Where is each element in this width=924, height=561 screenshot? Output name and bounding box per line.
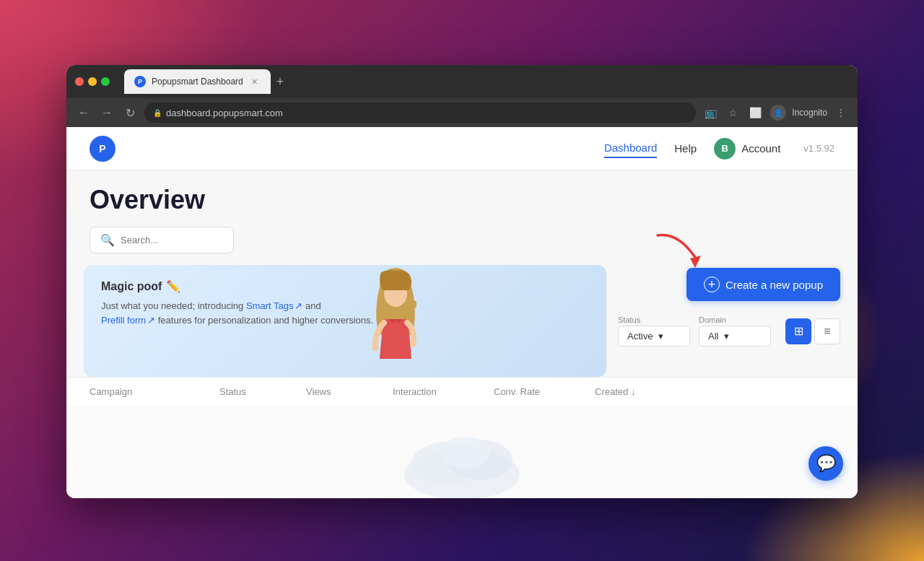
create-popup-button[interactable]: + Create a new popup	[687, 268, 840, 301]
search-icon: 🔍	[100, 233, 115, 247]
character-illustration	[363, 265, 450, 377]
status-filter-group: Status Active ▾	[618, 316, 690, 347]
window-controls	[75, 77, 110, 86]
status-filter-label: Status	[618, 316, 690, 324]
prefill-form-link[interactable]: Prefill form ↗	[101, 313, 155, 328]
browser-nav: ← → ↻ 🔒 dashboard.popupsmart.com 📺 ☆ ⬜ 👤…	[66, 98, 858, 127]
browser-titlebar: P Popupsmart Dashboard ✕ +	[66, 65, 858, 98]
svg-marker-2	[690, 256, 701, 268]
active-tab[interactable]: P Popupsmart Dashboard ✕	[124, 69, 271, 94]
col-created-header: Created ↓	[595, 386, 710, 397]
view-toggle: ⊞ ≡	[785, 318, 840, 344]
right-actions: + Create a new popup Status Active ▾	[618, 265, 840, 347]
browser-window: P Popupsmart Dashboard ✕ + ← → ↻ 🔒 dashb…	[66, 65, 858, 498]
svg-point-6	[440, 437, 491, 469]
app-content: P Dashboard Help B Account v1.5.92 Overv…	[66, 127, 858, 498]
filters-row: Status Active ▾ Domain All ▾	[618, 316, 840, 347]
list-view-button[interactable]: ≡	[814, 318, 840, 344]
domain-chevron-icon: ▾	[724, 331, 729, 342]
col-campaign-header: Campaign	[90, 386, 219, 397]
sort-icon[interactable]: ↓	[631, 386, 636, 397]
smart-tags-link[interactable]: Smart Tags ↗	[246, 299, 303, 313]
edit-icon: ✏️	[166, 279, 180, 293]
character-svg	[363, 265, 428, 366]
overview-section: Overview 🔍	[66, 170, 858, 253]
search-input[interactable]	[121, 235, 223, 245]
tab-title: Popupsmart Dashboard	[152, 77, 243, 87]
grid-icon: ⊞	[794, 324, 803, 338]
menu-icon[interactable]: ⋮	[833, 104, 849, 121]
col-interaction-header: Interaction	[393, 386, 494, 397]
banner-subtitle: Magic poof ✏️	[101, 279, 375, 293]
back-button[interactable]: ←	[75, 104, 92, 121]
status-filter-select[interactable]: Active ▾	[618, 326, 690, 347]
domain-filter-select[interactable]: All ▾	[699, 326, 771, 347]
list-icon: ≡	[824, 325, 830, 338]
page-title: Overview	[90, 185, 834, 215]
arrow-container: + Create a new popup	[687, 268, 840, 301]
close-window-button[interactable]	[75, 77, 84, 86]
sidebar-icon[interactable]: ⬜	[746, 104, 764, 121]
incognito-label: Incognito	[792, 108, 827, 118]
url-text: dashboard.popupsmart.com	[166, 108, 283, 118]
search-bar[interactable]: 🔍	[90, 227, 234, 253]
account-avatar: B	[714, 138, 736, 160]
search-row: 🔍	[90, 227, 834, 253]
empty-state	[66, 406, 858, 498]
main-area: Overview 🔍	[66, 170, 858, 498]
nav-help-link[interactable]: Help	[674, 139, 697, 157]
table-header: Campaign Status Views Interaction Conv. …	[66, 377, 858, 406]
banner-text: Magic poof ✏️ Just what you needed; intr…	[101, 279, 375, 327]
plus-icon: +	[704, 277, 720, 292]
app-header: P Dashboard Help B Account v1.5.92	[66, 127, 858, 170]
address-bar[interactable]: 🔒 dashboard.popupsmart.com	[144, 103, 696, 123]
minimize-window-button[interactable]	[88, 77, 97, 86]
nav-dashboard-link[interactable]: Dashboard	[604, 139, 657, 158]
col-views-header: Views	[306, 386, 393, 397]
account-button[interactable]: B Account	[714, 138, 780, 160]
tab-bar: P Popupsmart Dashboard ✕ +	[124, 69, 287, 94]
new-tab-button[interactable]: +	[274, 71, 287, 92]
chat-button[interactable]: 💬	[808, 446, 843, 481]
chat-icon: 💬	[816, 454, 836, 473]
domain-filter-label: Domain	[699, 316, 771, 324]
version-label: v1.5.92	[803, 143, 834, 154]
banner: Magic poof ✏️ Just what you needed; intr…	[84, 265, 606, 377]
tab-close-button[interactable]: ✕	[249, 76, 261, 87]
lock-icon: 🔒	[153, 109, 162, 117]
cast-icon[interactable]: 📺	[702, 104, 720, 121]
bookmark-icon[interactable]: ☆	[725, 104, 741, 121]
forward-button[interactable]: →	[98, 104, 116, 121]
grid-view-button[interactable]: ⊞	[785, 318, 811, 344]
empty-state-illustration	[354, 420, 570, 498]
banner-description: Just what you needed; introducing Smart …	[101, 299, 375, 327]
reload-button[interactable]: ↻	[121, 104, 139, 121]
incognito-avatar: 👤	[770, 105, 786, 121]
maximize-window-button[interactable]	[101, 77, 110, 86]
nav-right-icons: 📺 ☆ ⬜ 👤 Incognito ⋮	[702, 104, 849, 121]
col-convrate-header: Conv. Rate	[494, 386, 595, 397]
account-label: Account	[741, 142, 780, 155]
col-status-header: Status	[219, 386, 306, 397]
status-chevron-icon: ▾	[658, 331, 663, 342]
tab-favicon: P	[134, 76, 146, 87]
domain-filter-group: Domain All ▾	[699, 316, 771, 347]
header-nav: Dashboard Help B Account v1.5.92	[604, 138, 834, 160]
app-logo[interactable]: P	[90, 136, 116, 162]
